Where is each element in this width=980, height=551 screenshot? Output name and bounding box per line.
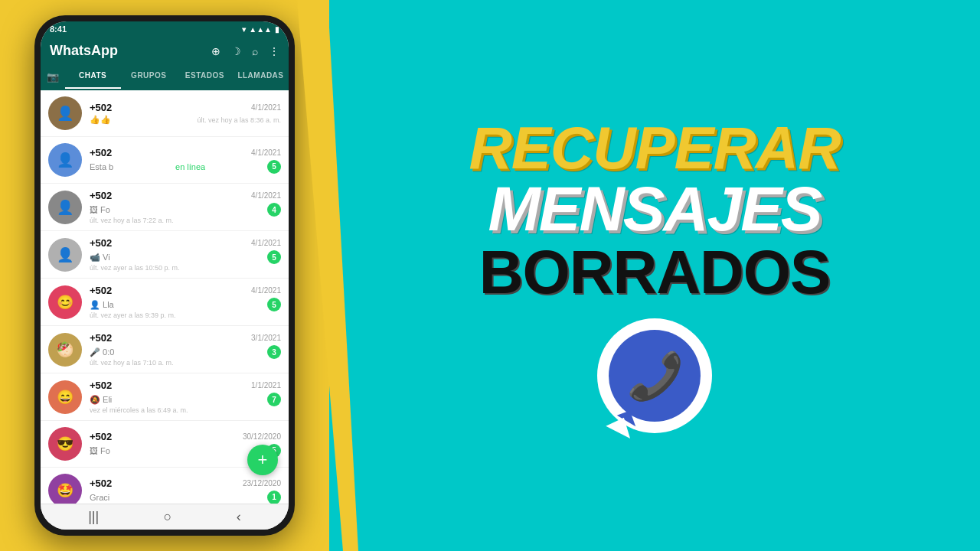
unread-badge: 5 [267,298,281,311]
chat-sub-preview: últ. vez hoy a las 8:36 a. m. [197,116,281,124]
moon-icon[interactable]: ☽ [231,45,241,57]
avatar: 😄 [48,380,82,414]
sub-preview: últ. vez hoy a las 7:22 a. m. [90,217,281,224]
phone-nav-bar: ||| ○ ‹ [41,504,289,530]
menu-icon[interactable]: ⋮ [269,45,279,57]
sub-preview: vez el miércoles a las 6:49 a. m. [90,406,281,414]
chat-top: +502 30/12/2020 [90,431,281,442]
chat-name: +502 [90,147,112,158]
wa-logo-background: 📞 [597,318,712,433]
chat-list: 👤 +502 4/1/2021 👍👍 últ. vez hoy a las 8:… [41,90,289,504]
avatar: 👤 [48,238,82,272]
chat-top: +502 1/1/2021 [90,380,281,391]
chat-preview: 🖼 Fo [90,205,110,214]
chat-preview: Graci [90,493,109,502]
chat-info: +502 4/1/2021 📹 Vi 5 últ. vez ayer a las… [90,237,281,272]
chat-preview: 📹 Vi [90,253,110,262]
tabs-bar: 📷 CHATS GRUPOS ESTADOS LLAMADAS [41,65,289,90]
chat-time: 4/1/2021 [251,239,281,247]
chat-top: +502 3/1/2021 [90,332,281,344]
sub-preview: últ. vez ayer a las 9:39 p. m. [90,311,281,319]
chat-info: +502 4/1/2021 Esta b en línea 5 [90,147,281,174]
tab-grupos[interactable]: GRUPOS [121,65,177,89]
avatar: 👤 [48,191,82,224]
chat-time: 4/1/2021 [251,103,281,112]
status-icons: ▾ ▲▲▲ ▮ [242,25,279,34]
chat-info: +502 4/1/2021 👍👍 últ. vez hoy a las 8:36… [90,102,281,125]
wifi-status-icon: ▾ [242,25,246,34]
nav-recent-icon[interactable]: ‹ [237,509,241,525]
headline-block: RECUPERAR MENSAJES BORRADOS [469,118,840,305]
chat-item[interactable]: 🥙 +502 3/1/2021 🎤 0:0 3 últ. vez hoy a l… [41,326,289,373]
chat-item[interactable]: 👤 +502 4/1/2021 🖼 Fo 4 últ. vez hoy a la… [41,184,289,231]
headline-borrados: BORRADOS [469,240,840,305]
chat-item[interactable]: 😄 +502 1/1/2021 🔕 Eli 7 vez el miércoles… [41,373,289,421]
nav-home-icon[interactable]: ○ [164,509,172,525]
chat-top: +502 23/12/2020 [90,478,281,489]
chat-item[interactable]: 👤 +502 4/1/2021 📹 Vi 5 últ. vez ayer a l… [41,231,289,279]
chat-info: +502 4/1/2021 🖼 Fo 4 últ. vez hoy a las … [90,190,281,224]
chat-name: +502 [90,190,112,201]
tab-camera[interactable]: 📷 [41,65,65,89]
battery-icon: ▮ [275,25,279,34]
compose-fab[interactable]: + [247,445,278,475]
chat-preview: 🎤 0:0 [90,347,114,357]
unread-badge: 5 [267,160,281,174]
tab-chats[interactable]: CHATS [65,65,121,89]
chat-name: +502 [90,285,112,296]
chat-bottom: 🔕 Eli 7 [90,393,281,406]
chat-preview: Esta b [90,162,113,171]
chat-time: 4/1/2021 [251,191,281,200]
wa-logo-circle: 📞 [609,330,701,422]
chat-time: 3/1/2021 [251,334,281,342]
wa-logo-container: 📞 [597,318,712,433]
status-bar: 8:41 ▾ ▲▲▲ ▮ [41,21,289,37]
signal-icon: ▲▲▲ [249,25,272,34]
chat-item[interactable]: 👤 +502 4/1/2021 Esta b en línea 5 [41,137,289,184]
chat-preview: 👍👍 [90,115,111,125]
unread-badge: 1 [267,491,281,504]
unread-badge: 3 [267,345,281,359]
tab-estados[interactable]: ESTADOS [177,65,233,89]
online-status: en línea [175,162,205,171]
chat-top: +502 4/1/2021 [90,147,281,158]
chat-bottom: Esta b en línea 5 [90,160,281,174]
wifi-icon[interactable]: ⊕ [211,45,220,57]
chat-preview: 🖼 Fo [90,446,110,455]
wa-logo: 📞 [597,318,712,433]
chat-item[interactable]: 🤩 +502 23/12/2020 Graci 1 + [41,468,289,504]
avatar: 🤩 [48,474,82,504]
chat-info: +502 4/1/2021 👤 Lla 5 últ. vez ayer a la… [90,285,281,319]
chat-bottom: 📹 Vi 5 [90,250,281,264]
chat-time: 23/12/2020 [243,479,281,487]
chat-item[interactable]: 👤 +502 4/1/2021 👍👍 últ. vez hoy a las 8:… [41,90,289,137]
sub-preview: últ. vez hoy a las 7:10 a. m. [90,359,281,367]
phone-logo-icon: 📞 [626,349,684,403]
wa-header: WhatsApp ⊕ ☽ ⌕ ⋮ [41,37,289,65]
search-icon[interactable]: ⌕ [252,45,258,57]
chat-bottom: 👍👍 últ. vez hoy a las 8:36 a. m. [90,115,281,125]
chat-bottom: Graci 1 [90,491,281,504]
chat-time: 1/1/2021 [251,381,281,390]
sub-preview: últ. vez ayer a las 10:50 p. m. [90,264,281,272]
chat-name: +502 [90,431,112,442]
chat-info: +502 3/1/2021 🎤 0:0 3 últ. vez hoy a las… [90,332,281,367]
chat-info: +502 23/12/2020 Graci 1 [90,478,281,504]
chat-top: +502 4/1/2021 [90,237,281,249]
chat-name: +502 [90,380,112,391]
right-section: RECUPERAR MENSAJES BORRADOS 📞 [329,0,980,551]
app-title: WhatsApp [50,43,118,59]
phone-mockup: 8:41 ▾ ▲▲▲ ▮ WhatsApp ⊕ ☽ ⌕ ⋮ 📷 [34,15,295,536]
chat-time: 4/1/2021 [251,148,281,157]
avatar: 😎 [48,427,82,461]
avatar: 👤 [48,96,82,130]
nav-back-icon[interactable]: ||| [88,509,99,525]
phone-screen: 8:41 ▾ ▲▲▲ ▮ WhatsApp ⊕ ☽ ⌕ ⋮ 📷 [41,21,289,530]
chat-name: +502 [90,102,112,113]
chat-bottom: 🖼 Fo 4 [90,203,281,217]
avatar: 👤 [48,143,82,177]
tab-llamadas[interactable]: LLAMADAS [233,65,289,89]
chat-bottom: 👤 Lla 5 [90,298,281,311]
chat-item[interactable]: 😊 +502 4/1/2021 👤 Lla 5 últ. vez ayer a … [41,279,289,326]
avatar: 🥙 [48,333,82,367]
